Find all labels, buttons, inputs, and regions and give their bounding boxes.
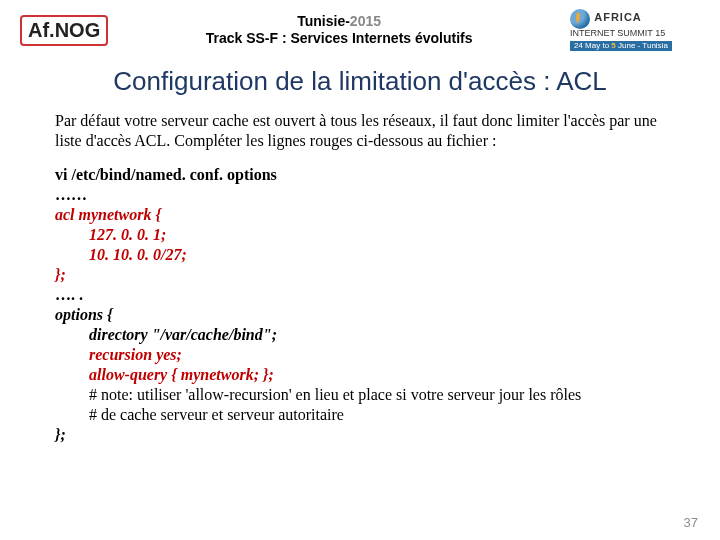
acl-close: };: [55, 265, 682, 285]
ellipsis-2: …. .: [55, 285, 682, 305]
slide-title: Configuration de la limitation d'accès :…: [0, 66, 720, 97]
ais-sub: INTERNET SUMMIT 15: [570, 28, 665, 38]
ais-brand: AFRICA: [594, 11, 642, 23]
options-open: options {: [55, 305, 682, 325]
slide-header: Af.NOG Tunisie-2015 Track SS-F : Service…: [0, 0, 720, 58]
code-block: vi /etc/bind/named. conf. options …… acl…: [55, 165, 682, 445]
opt-recursion: recursion yes;: [55, 345, 682, 365]
vi-command: vi /etc/bind/named. conf. options: [55, 165, 682, 185]
acl-ip1: 127. 0. 0. 1;: [55, 225, 682, 245]
ellipsis-1: ……: [55, 185, 682, 205]
acl-open: acl mynetwork {: [55, 205, 682, 225]
ais-logo: AFRICA INTERNET SUMMIT 15 24 May to 5 Ju…: [570, 9, 700, 52]
header-prefix: Tunisie-: [297, 13, 350, 29]
opt-directory: directory "/var/cache/bind";: [55, 325, 682, 345]
note-line1: # note: utiliser 'allow-recursion' en li…: [55, 385, 682, 405]
opt-allow-query: allow-query { mynetwork; };: [55, 365, 682, 385]
ais-date-c: June - Tunisia: [616, 41, 668, 50]
header-center: Tunisie-2015 Track SS-F : Services Inter…: [108, 13, 570, 47]
afnog-logo: Af.NOG: [20, 15, 108, 46]
acl-ip2: 10. 10. 0. 0/27;: [55, 245, 682, 265]
options-close: };: [55, 425, 682, 445]
slide-content: Par défaut votre serveur cache est ouver…: [0, 111, 720, 445]
header-track: Track SS-F : Services Internets évolutif…: [108, 30, 570, 47]
note-line2: # de cache serveur et serveur autoritair…: [55, 405, 682, 425]
globe-icon: [570, 9, 590, 29]
ais-dates: 24 May to 5 June - Tunisia: [570, 41, 672, 52]
header-year: 2015: [350, 13, 381, 29]
page-number: 37: [684, 515, 698, 530]
intro-paragraph: Par défaut votre serveur cache est ouver…: [55, 111, 682, 151]
ais-date-a: 24 May to: [574, 41, 611, 50]
